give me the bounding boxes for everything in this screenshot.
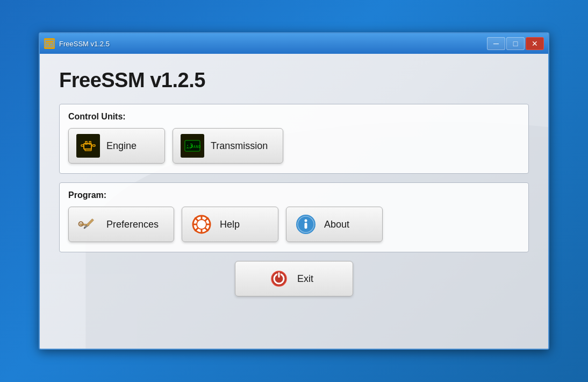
minimize-button[interactable]: ─	[487, 37, 505, 50]
exit-row: Exit	[59, 261, 529, 296]
control-units-group: Control Units:	[59, 104, 529, 174]
title-bar-left: FreeSSM v1.2.5	[44, 38, 110, 49]
svg-rect-3	[50, 44, 53, 46]
about-button-label: About	[324, 219, 349, 230]
preferences-button-label: Preferences	[106, 219, 159, 230]
window-title: FreeSSM v1.2.5	[59, 40, 110, 48]
program-label: Program:	[68, 190, 520, 200]
program-group: Program:	[59, 182, 529, 252]
window-content: FreeSSM v1.2.5 Control Units:	[40, 54, 548, 349]
help-button[interactable]: Help	[182, 207, 278, 242]
help-icon	[190, 213, 213, 236]
content-panel: FreeSSM v1.2.5 Control Units:	[40, 54, 548, 312]
exit-button-label: Exit	[297, 273, 313, 285]
svg-text:325: 325	[186, 146, 191, 150]
window-controls: ─ □ ✕	[487, 37, 544, 50]
app-title: FreeSSM v1.2.5	[59, 69, 529, 92]
help-button-label: Help	[220, 219, 240, 230]
svg-point-21	[197, 220, 206, 229]
transmission-button-label: Transmission	[211, 140, 268, 152]
app-icon	[44, 38, 55, 49]
transmission-icon: :3 PAND 325	[181, 134, 204, 158]
control-units-buttons: Engine :3 PAND 325	[68, 128, 520, 164]
svg-rect-29	[305, 223, 307, 229]
control-units-label: Control Units:	[68, 112, 520, 122]
close-button[interactable]: ✕	[526, 37, 544, 50]
svg-point-28	[305, 220, 307, 222]
exit-button[interactable]: Exit	[235, 261, 353, 296]
svg-text:PAND: PAND	[191, 145, 201, 149]
preferences-button[interactable]: Preferences	[68, 207, 174, 242]
maximize-button[interactable]: □	[506, 37, 525, 50]
program-buttons: Preferences	[68, 207, 520, 242]
engine-button-label: Engine	[106, 140, 137, 152]
engine-button[interactable]: Engine	[68, 128, 165, 164]
svg-rect-2	[46, 44, 49, 46]
svg-rect-33	[278, 272, 279, 278]
main-window: FreeSSM v1.2.5 ─ □ ✕ FreeSSM v1.2.5 Cont…	[39, 32, 549, 350]
about-icon	[294, 213, 318, 236]
transmission-button[interactable]: :3 PAND 325 Transmission	[173, 128, 283, 164]
title-bar: FreeSSM v1.2.5 ─ □ ✕	[40, 33, 548, 54]
exit-icon	[267, 267, 291, 291]
about-button[interactable]: About	[286, 207, 383, 242]
engine-icon	[76, 134, 100, 158]
preferences-icon	[76, 213, 100, 236]
